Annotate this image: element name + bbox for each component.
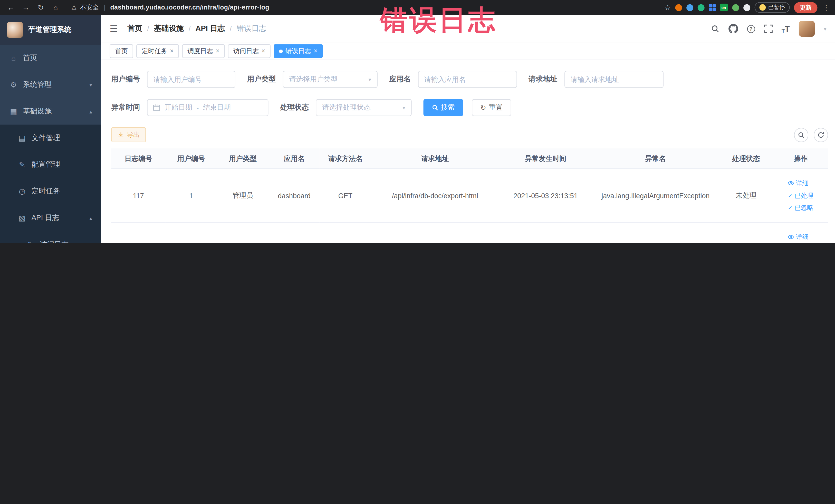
- tab-label: 定时任务: [142, 47, 167, 56]
- export-button[interactable]: 导出: [111, 127, 146, 142]
- tab-error-log[interactable]: 错误日志 ×: [273, 44, 323, 58]
- cell-app-name: dashboard: [269, 222, 320, 243]
- reset-button[interactable]: ↻ 重置: [472, 99, 511, 116]
- close-icon[interactable]: ×: [216, 48, 220, 55]
- sidebar-item-label: 首页: [23, 53, 37, 63]
- cell-method: GET: [320, 222, 371, 243]
- sidebar-item-home[interactable]: ⌂ 首页: [0, 45, 101, 72]
- update-button[interactable]: 更新: [794, 2, 817, 13]
- cell-user-type: 管理员: [217, 222, 269, 243]
- sidebar-item-label: 文件管理: [31, 133, 60, 143]
- browser-menu-icon[interactable]: ⋮: [823, 3, 830, 11]
- toggle-search-button[interactable]: [794, 127, 808, 142]
- check-icon: ✓: [788, 204, 793, 211]
- paused-badge[interactable]: 已暂停: [754, 2, 790, 13]
- url-text: dashboard.yudao.iocoder.cn/infra/log/api…: [110, 4, 269, 11]
- close-icon[interactable]: ×: [170, 48, 174, 55]
- start-date-placeholder: 开始日期: [165, 103, 192, 112]
- search-icon[interactable]: [711, 24, 719, 33]
- home-icon[interactable]: ⌂: [49, 3, 62, 12]
- sidebar-item-label: API 日志: [31, 213, 59, 223]
- reload-icon[interactable]: ↻: [34, 3, 47, 12]
- sidebar-menu: ⌂ 首页 ⚙ 系统管理 ▾ ▦ 基础设施 ▴ ▤ 文件管理: [0, 45, 101, 243]
- gear-icon: ⚙: [9, 80, 18, 89]
- cell-app-name: dashboard: [269, 169, 320, 223]
- sidebar-item-config-mgmt[interactable]: ✎ 配置管理: [0, 151, 101, 178]
- address-bar[interactable]: ⚠ 不安全 | dashboard.yudao.iocoder.cn/infra…: [72, 3, 663, 12]
- table-toolbar: 导出: [111, 127, 828, 142]
- filter-row-1: 用户编号 用户类型 请选择用户类型 ▾ 应用名: [111, 71, 828, 88]
- close-icon[interactable]: ×: [314, 48, 318, 55]
- extension-icon-orange[interactable]: [675, 4, 682, 11]
- cell-exception-time: 2021-05-03 12:02:31: [499, 222, 592, 243]
- fullscreen-icon[interactable]: [764, 24, 772, 33]
- extension-icon-leaf[interactable]: [732, 4, 739, 11]
- sidebar-item-system[interactable]: ⚙ 系统管理 ▾: [0, 72, 101, 98]
- tab-home[interactable]: 首页: [109, 44, 133, 58]
- column-header: 应用名: [269, 149, 320, 169]
- search-icon: [798, 131, 805, 138]
- sidebar-item-access-log[interactable]: ✎ 访问日志: [0, 231, 101, 243]
- help-icon[interactable]: ?: [747, 25, 755, 33]
- search-button-label: 搜索: [441, 103, 455, 112]
- bookmark-star-icon[interactable]: ☆: [665, 3, 671, 11]
- column-header: 操作: [773, 149, 828, 169]
- filter-app-name: 应用名: [389, 71, 517, 88]
- avatar[interactable]: [799, 21, 815, 37]
- tab-access-log[interactable]: 访问日志 ×: [228, 44, 270, 58]
- forward-icon[interactable]: →: [19, 3, 33, 12]
- security-label: 不安全: [80, 3, 99, 12]
- detail-link-label: 详细: [796, 233, 809, 242]
- sidebar-item-file-mgmt[interactable]: ▤ 文件管理: [0, 124, 101, 151]
- process-status-select[interactable]: 请选择处理状态 ▾: [316, 99, 411, 116]
- user-type-select[interactable]: 请选择用户类型 ▾: [283, 71, 378, 88]
- sidebar-item-timed-task[interactable]: ◷ 定时任务: [0, 178, 101, 205]
- download-icon: [118, 132, 124, 138]
- github-icon[interactable]: [728, 24, 738, 33]
- annotation-overlay-title: 错误日志: [380, 5, 497, 35]
- extension-icon-blue[interactable]: [686, 4, 693, 11]
- date-range-picker[interactable]: 开始日期 - 结束日期: [147, 99, 268, 116]
- breadcrumb-separator: /: [230, 24, 232, 33]
- user-id-input[interactable]: [147, 71, 236, 88]
- date-separator: -: [197, 104, 199, 112]
- breadcrumb-item[interactable]: 基础设施: [154, 24, 184, 33]
- search-button[interactable]: 搜索: [423, 99, 463, 116]
- chevron-down-icon: ▾: [89, 82, 92, 87]
- chevron-down-icon[interactable]: ▾: [824, 26, 826, 32]
- extension-icon-paw[interactable]: [743, 4, 750, 11]
- page-content: 用户编号 用户类型 请选择用户类型 ▾ 应用名: [101, 60, 835, 243]
- breadcrumb-separator: /: [147, 24, 149, 33]
- tab-timed-task[interactable]: 定时任务 ×: [136, 44, 179, 58]
- breadcrumb-current: 错误日志: [237, 24, 266, 33]
- text-size-icon[interactable]: TT: [781, 24, 790, 33]
- breadcrumb-item[interactable]: 首页: [127, 24, 142, 33]
- breadcrumb-item[interactable]: API 日志: [195, 24, 225, 33]
- extension-icon-green[interactable]: [697, 4, 704, 11]
- app-logo[interactable]: 芋道管理系统: [0, 15, 101, 45]
- processed-link[interactable]: ✓ 已处理: [788, 191, 813, 200]
- ignored-link[interactable]: ✓ 已忽略: [788, 203, 813, 212]
- sidebar-item-infra[interactable]: ▦ 基础设施 ▴: [0, 98, 101, 125]
- extension-icon-on-badge[interactable]: on: [720, 4, 728, 11]
- close-icon[interactable]: ×: [262, 48, 265, 55]
- cell-log-id: 116: [111, 222, 166, 243]
- detail-link[interactable]: 详细: [788, 233, 809, 242]
- refresh-table-button[interactable]: [814, 127, 828, 142]
- tab-label: 调度日志: [187, 47, 213, 56]
- filter-label: 异常时间: [111, 103, 140, 112]
- detail-link[interactable]: 详细: [788, 179, 809, 188]
- sidebar-submenu-infra: ▤ 文件管理 ✎ 配置管理 ◷ 定时任务 ▧ API 日志 ▴: [0, 124, 101, 243]
- browser-toolbar-right: ☆ on 已暂停 更新 ⋮: [665, 2, 831, 13]
- sidebar-item-api-log[interactable]: ▧ API 日志 ▴: [0, 205, 101, 231]
- tab-schedule-log[interactable]: 调度日志 ×: [182, 44, 225, 58]
- request-url-input[interactable]: [564, 71, 663, 88]
- cell-log-id: 117: [111, 169, 166, 223]
- app-name-input[interactable]: [418, 71, 517, 88]
- extension-icon-grid[interactable]: [709, 4, 715, 11]
- eye-icon: [788, 234, 794, 240]
- tab-label: 首页: [115, 47, 128, 56]
- hamburger-icon[interactable]: ☰: [109, 23, 118, 35]
- back-icon[interactable]: ←: [4, 3, 18, 12]
- chevron-down-icon: ▾: [403, 105, 405, 110]
